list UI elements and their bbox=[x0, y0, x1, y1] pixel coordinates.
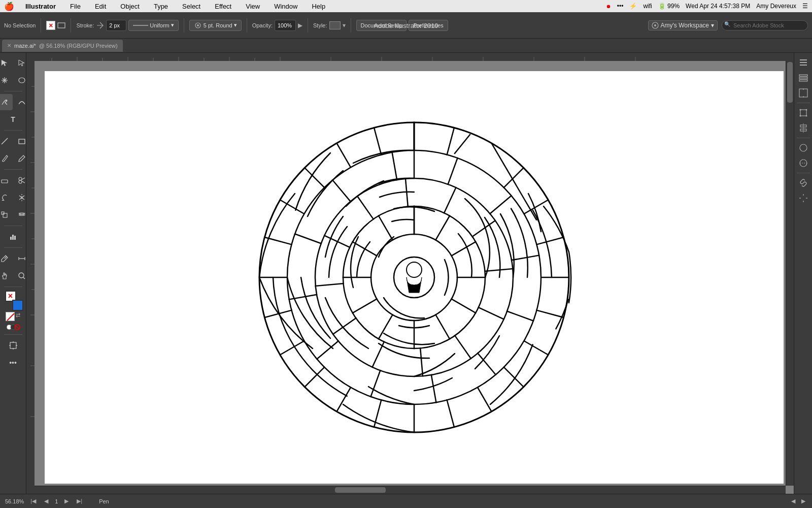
opacity-group: Opacity: ▶ bbox=[252, 20, 302, 31]
reflect-tool[interactable] bbox=[14, 189, 27, 206]
transform-icon[interactable] bbox=[797, 106, 810, 119]
zoom-level: 56.18% bbox=[5, 498, 24, 504]
bottom-nav-right[interactable]: ▶ bbox=[800, 497, 807, 505]
stroke-profile-dropdown[interactable]: Uniform ▾ bbox=[128, 20, 179, 31]
pen-tool[interactable] bbox=[0, 94, 13, 110]
line-shape-tools bbox=[0, 133, 26, 149]
menu-item-object[interactable]: Object bbox=[117, 2, 143, 11]
eraser-tool[interactable] bbox=[0, 172, 13, 188]
bottom-nav-left[interactable]: ◀ bbox=[790, 497, 797, 505]
nav-last[interactable]: ▶| bbox=[75, 497, 84, 505]
scrollbar-vertical[interactable] bbox=[786, 61, 794, 486]
direct-selection-tool[interactable] bbox=[14, 55, 27, 71]
rectangle-tool[interactable] bbox=[14, 133, 27, 149]
stroke-label: Stroke: bbox=[76, 22, 94, 28]
svg-point-153 bbox=[799, 109, 801, 111]
type-tool[interactable]: T bbox=[5, 111, 21, 128]
links-icon[interactable] bbox=[797, 176, 810, 189]
tab-close-button[interactable]: ✕ bbox=[7, 43, 11, 48]
svg-rect-147 bbox=[799, 77, 807, 79]
menu-bar-right: ⏺ ••• ⚡ wifi 🔋 99% Wed Apr 24 4:57:38 PM… bbox=[606, 3, 808, 10]
stroke-arrow-icon bbox=[96, 21, 104, 29]
svg-rect-18 bbox=[3, 213, 7, 217]
warp-tool[interactable] bbox=[14, 207, 27, 223]
stroke-dropdown-arrow: ▾ bbox=[171, 22, 174, 28]
menu-item-effect[interactable]: Effect bbox=[212, 2, 234, 11]
menu-item-select[interactable]: Select bbox=[179, 2, 204, 11]
column-graph-tool[interactable] bbox=[5, 229, 21, 245]
rotate-tool[interactable] bbox=[0, 189, 13, 206]
layers-icon[interactable] bbox=[797, 71, 810, 84]
search-stock-wrapper bbox=[722, 20, 808, 30]
color-circle-icon[interactable] bbox=[6, 324, 20, 332]
width-profile-dropdown[interactable]: 5 pt. Round ▾ bbox=[189, 20, 242, 31]
svg-point-142 bbox=[407, 262, 422, 277]
measure-tool[interactable] bbox=[14, 250, 27, 267]
fill-swatch[interactable]: × bbox=[46, 21, 55, 30]
lasso-tool[interactable] bbox=[14, 72, 27, 88]
variable-width-group: 5 pt. Round ▾ bbox=[189, 20, 242, 31]
pencil-tool[interactable] bbox=[14, 150, 27, 167]
svg-rect-149 bbox=[799, 89, 807, 97]
magic-wand-panel-icon[interactable] bbox=[797, 192, 810, 205]
more-tools-button[interactable]: ••• bbox=[5, 355, 21, 371]
svg-rect-20 bbox=[10, 237, 12, 240]
workspace-selector[interactable]: Amy's Workspace ▾ bbox=[648, 20, 718, 30]
opacity-input[interactable] bbox=[275, 20, 296, 31]
selection-tool[interactable] bbox=[0, 55, 13, 71]
brush-pencil-tools bbox=[0, 150, 26, 167]
menu-item-file[interactable]: File bbox=[67, 2, 84, 11]
top-right-toolbar: Amy's Workspace ▾ bbox=[648, 12, 808, 39]
nav-first[interactable]: |◀ bbox=[29, 497, 38, 505]
properties-icon[interactable] bbox=[797, 56, 810, 69]
scrollbar-horizontal[interactable] bbox=[35, 486, 786, 494]
eyedropper-tool[interactable] bbox=[0, 250, 13, 267]
search-stock-input[interactable] bbox=[722, 20, 808, 30]
app-title: Adobe Illustrator 2019 bbox=[374, 22, 438, 29]
stroke-weight-input[interactable] bbox=[106, 20, 126, 31]
wand-lasso-tools bbox=[0, 72, 26, 88]
menu-item-type[interactable]: Type bbox=[151, 2, 171, 11]
svg-rect-10 bbox=[19, 139, 25, 144]
scissors-tool[interactable] bbox=[14, 172, 27, 188]
canvas-area[interactable] bbox=[26, 53, 794, 494]
zoom-tool[interactable] bbox=[14, 268, 27, 284]
swap-colors-icon[interactable]: ⇄ bbox=[16, 312, 20, 321]
username: Amy Devereux bbox=[756, 3, 796, 10]
nav-prev[interactable]: ◀ bbox=[43, 497, 50, 505]
artboards-icon[interactable] bbox=[797, 86, 810, 100]
magic-wand-tool[interactable] bbox=[0, 72, 13, 88]
svg-rect-22 bbox=[14, 236, 16, 240]
curvature-tool[interactable] bbox=[14, 94, 27, 110]
document-tab[interactable]: ✕ maze.ai* @ 56.18% (RGB/GPU Preview) bbox=[2, 40, 123, 52]
menu-item-illustrator[interactable]: Illustrator bbox=[22, 2, 59, 11]
style-dropdown-arrow[interactable]: ▾ bbox=[343, 22, 346, 29]
battery-icon: 🔋 99% bbox=[658, 3, 680, 10]
menu-item-edit[interactable]: Edit bbox=[92, 2, 109, 11]
bluetooth-icon: ⚡ bbox=[629, 3, 637, 10]
line-segment-tool[interactable] bbox=[0, 133, 13, 149]
menu-item-help[interactable]: Help bbox=[309, 2, 328, 11]
style-swatch[interactable] bbox=[329, 21, 341, 29]
paintbrush-tool[interactable] bbox=[0, 150, 13, 167]
svg-rect-57 bbox=[26, 61, 35, 494]
opacity-arrow[interactable]: ▶ bbox=[298, 22, 302, 29]
pathfinder-icon[interactable] bbox=[797, 141, 810, 154]
align-icon[interactable] bbox=[797, 121, 810, 135]
eraser-scissors-tools bbox=[0, 172, 26, 188]
artboard-tool[interactable] bbox=[5, 337, 21, 354]
menu-bar: 🍎 Illustrator File Edit Object Type Sele… bbox=[0, 0, 812, 12]
menu-item-window[interactable]: Window bbox=[271, 2, 300, 11]
apple-menu[interactable]: 🍎 bbox=[4, 2, 14, 11]
scale-tool[interactable] bbox=[0, 207, 13, 223]
svg-point-169 bbox=[654, 24, 656, 26]
hand-tool[interactable] bbox=[0, 268, 13, 284]
no-fill-icon[interactable] bbox=[6, 312, 15, 321]
stroke-color-swatch[interactable] bbox=[12, 300, 23, 311]
menu-item-view[interactable]: View bbox=[243, 2, 263, 11]
canvas-document bbox=[45, 71, 784, 484]
stroke-type-selector[interactable] bbox=[57, 21, 65, 29]
tab-info: @ 56.18% (RGB/GPU Preview) bbox=[39, 43, 118, 49]
shapebuilder-icon[interactable] bbox=[797, 156, 810, 170]
nav-next[interactable]: ▶ bbox=[63, 497, 70, 505]
